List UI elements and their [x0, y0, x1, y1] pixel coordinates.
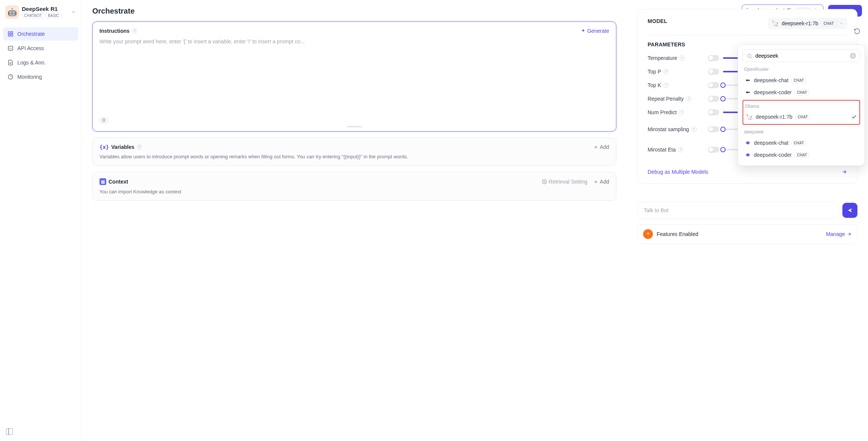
prompt-textarea[interactable]: Write your prompt word here, enter '{' t…: [99, 38, 609, 117]
sidebar-item-logs[interactable]: Logs & Ann.: [3, 56, 78, 69]
app-title: DeepSeek R1: [22, 6, 61, 12]
terminal-icon: [8, 45, 14, 51]
sidebar-item-api-access[interactable]: API Access: [3, 41, 78, 55]
group-label: deepseek: [744, 129, 859, 135]
help-icon[interactable]: ?: [686, 96, 691, 101]
features-bar: ❝ Features Enabled Manage: [637, 224, 857, 244]
openrouter-icon: [745, 77, 751, 83]
deepseek-icon: [745, 140, 751, 146]
context-card: ▤ Context Retrieval Setting Add: [92, 172, 616, 201]
context-icon: ▤: [99, 178, 106, 185]
help-icon[interactable]: ?: [680, 55, 685, 61]
retrieval-label: Retrieval Setting: [549, 179, 587, 185]
help-icon[interactable]: ?: [132, 28, 137, 34]
chat-input[interactable]: Talk to Bot: [637, 202, 839, 219]
help-icon[interactable]: ?: [678, 147, 683, 152]
help-icon[interactable]: ?: [691, 127, 697, 132]
page-title: Orchestrate: [92, 7, 616, 15]
variables-card: {x} Variables ? Add Variables allow user…: [92, 138, 616, 166]
features-label: Features Enabled: [657, 231, 698, 237]
context-title: Context: [108, 179, 128, 185]
svg-rect-2: [8, 34, 10, 36]
group-label: OpenRouter: [744, 67, 859, 72]
collapse-sidebar-icon[interactable]: [6, 428, 13, 435]
svg-rect-1: [11, 32, 13, 34]
sidebar-item-label: Logs & Ann.: [17, 60, 46, 66]
toggle[interactable]: [708, 69, 719, 75]
chevron-down-icon[interactable]: [71, 9, 76, 15]
sidebar-item-label: API Access: [17, 45, 44, 51]
clear-search-icon[interactable]: ✕: [850, 53, 856, 59]
toggle[interactable]: [708, 82, 719, 88]
manage-button[interactable]: Manage: [826, 231, 852, 237]
model-option[interactable]: deepseek-coder CHAT: [743, 149, 860, 161]
model-heading: MODEL: [648, 18, 667, 24]
toggle[interactable]: [708, 126, 719, 132]
svg-point-19: [748, 54, 751, 57]
help-icon[interactable]: ?: [663, 83, 669, 88]
variables-title: Variables: [111, 144, 134, 150]
debug-multiple-models-link[interactable]: Debug as Multiple Models: [648, 169, 708, 175]
variables-description: Variables allow users to introduce promp…: [99, 154, 609, 159]
arrow-right-icon[interactable]: [841, 169, 847, 175]
model-dropdown: ✕ OpenRouter deepseek-chat CHAT deepseek…: [738, 44, 865, 166]
variable-icon: {x}: [99, 144, 109, 150]
model-search-input[interactable]: ✕: [743, 49, 860, 62]
send-button[interactable]: [842, 203, 857, 218]
app-header[interactable]: 🤖 DeepSeek R1 CHATBOT BASIC: [3, 3, 78, 21]
retrieval-setting-button[interactable]: Retrieval Setting: [542, 179, 587, 185]
generate-label: Generate: [587, 28, 609, 34]
orchestrate-icon: [8, 31, 14, 37]
model-select-name: deepseek-r1:7b: [782, 20, 818, 26]
model-option-selected[interactable]: 🦙 deepseek-r1:7b CHAT: [743, 110, 859, 123]
char-count: 0: [99, 117, 108, 124]
badge-chatbot: CHATBOT: [22, 13, 44, 18]
svg-line-20: [750, 57, 752, 58]
features-icon: ❝: [643, 229, 653, 239]
add-variable-button[interactable]: Add: [593, 144, 609, 150]
sidebar-item-orchestrate[interactable]: Orchestrate: [3, 27, 78, 41]
highlighted-group: Ollama 🦙 deepseek-r1:7b CHAT: [743, 100, 860, 125]
instructions-title: Instructions: [99, 28, 130, 34]
sidebar-item-monitoring[interactable]: Monitoring: [3, 70, 78, 84]
help-icon[interactable]: ?: [679, 110, 684, 115]
model-option[interactable]: deepseek-chat CHAT: [743, 137, 860, 149]
svg-rect-0: [8, 32, 10, 34]
generate-button[interactable]: Generate: [581, 28, 609, 34]
ollama-icon: 🦙: [772, 20, 779, 27]
help-icon[interactable]: ?: [663, 69, 669, 74]
app-icon: 🤖: [5, 5, 19, 19]
group-label: Ollama: [745, 104, 858, 109]
context-description: You can import Knowledge as context: [99, 189, 609, 194]
toggle[interactable]: [708, 109, 719, 115]
ollama-icon: 🦙: [746, 113, 753, 120]
deepseek-icon: [745, 152, 751, 158]
model-select[interactable]: 🦙 deepseek-r1:7b CHAT: [768, 18, 847, 29]
toggle[interactable]: [708, 96, 719, 102]
sidebar-item-label: Monitoring: [17, 74, 42, 80]
search-icon: [747, 53, 752, 59]
badge-basic: BASIC: [46, 13, 61, 18]
search-field[interactable]: [755, 53, 847, 59]
model-option[interactable]: deepseek-coder CHAT: [743, 86, 860, 98]
add-context-button[interactable]: Add: [593, 179, 609, 185]
toggle[interactable]: [708, 55, 719, 61]
add-label: Add: [600, 179, 609, 185]
document-icon: [8, 60, 14, 66]
model-option[interactable]: deepseek-chat CHAT: [743, 74, 860, 86]
svg-rect-4: [8, 46, 13, 51]
chat-badge: CHAT: [821, 21, 836, 26]
add-label: Add: [600, 144, 609, 150]
history-icon[interactable]: [854, 28, 860, 35]
gauge-icon: [8, 74, 14, 80]
svg-rect-3: [11, 34, 13, 36]
svg-point-15: [544, 181, 546, 182]
help-icon[interactable]: ?: [137, 144, 142, 150]
check-icon: [851, 114, 857, 120]
openrouter-icon: [745, 89, 751, 95]
resize-handle[interactable]: [347, 126, 362, 127]
toggle[interactable]: [708, 147, 719, 153]
sidebar-item-label: Orchestrate: [17, 31, 45, 37]
instructions-card: Instructions ? Generate Write your promp…: [92, 21, 616, 132]
